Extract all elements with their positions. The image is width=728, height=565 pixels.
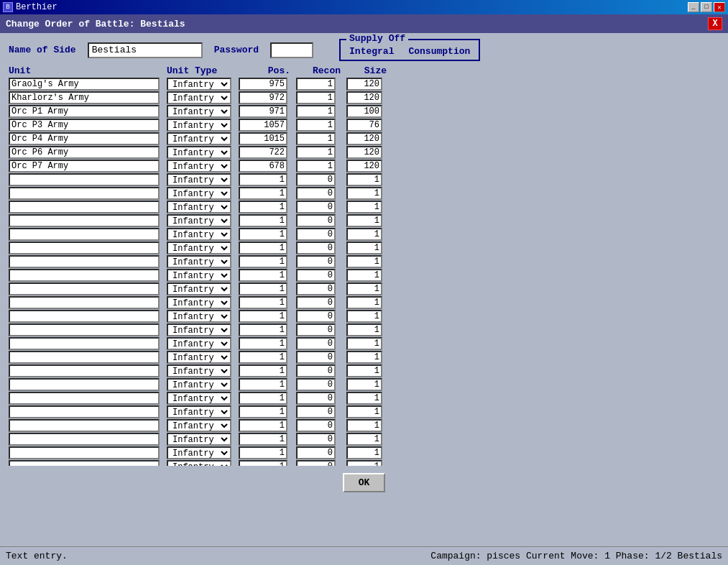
- size-input[interactable]: [346, 460, 382, 466]
- recon-input[interactable]: [296, 242, 336, 254]
- size-input[interactable]: [346, 255, 382, 268]
- ok-button[interactable]: OK: [343, 473, 386, 492]
- size-input[interactable]: [346, 146, 382, 159]
- recon-input[interactable]: [296, 160, 336, 173]
- recon-input[interactable]: [296, 433, 336, 446]
- pos-input[interactable]: [239, 323, 287, 336]
- size-input[interactable]: [346, 105, 382, 118]
- size-input[interactable]: [346, 119, 382, 132]
- recon-input[interactable]: [296, 228, 336, 241]
- recon-input[interactable]: [296, 405, 336, 418]
- recon-input[interactable]: [296, 105, 336, 118]
- unit-name-input[interactable]: [9, 173, 160, 186]
- unit-type-select[interactable]: Infantry: [167, 119, 231, 132]
- unit-type-select[interactable]: Infantry: [167, 460, 231, 466]
- unit-type-select[interactable]: Infantry: [167, 364, 231, 377]
- pos-input[interactable]: [239, 187, 287, 200]
- size-input[interactable]: [346, 446, 382, 459]
- recon-input[interactable]: [296, 364, 336, 377]
- unit-type-select[interactable]: Infantry: [167, 78, 231, 91]
- unit-type-select[interactable]: Infantry: [167, 242, 231, 254]
- unit-name-input[interactable]: [9, 419, 160, 432]
- size-input[interactable]: [346, 405, 382, 418]
- pos-input[interactable]: [239, 446, 287, 459]
- recon-input[interactable]: [296, 214, 336, 227]
- unit-name-input[interactable]: [9, 255, 160, 268]
- unit-type-select[interactable]: Infantry: [167, 228, 231, 241]
- unit-type-select[interactable]: Infantry: [167, 255, 231, 268]
- size-input[interactable]: [346, 351, 382, 364]
- pos-input[interactable]: [239, 105, 287, 118]
- size-input[interactable]: [346, 160, 382, 173]
- pos-input[interactable]: [239, 419, 287, 432]
- pos-input[interactable]: [239, 392, 287, 405]
- pos-input[interactable]: [239, 282, 287, 295]
- recon-input[interactable]: [296, 201, 336, 213]
- dialog-close-button[interactable]: X: [708, 17, 722, 30]
- size-input[interactable]: [346, 173, 382, 186]
- unit-name-input[interactable]: [9, 364, 160, 377]
- pos-input[interactable]: [239, 351, 287, 364]
- unit-name-input[interactable]: [9, 282, 160, 295]
- unit-type-select[interactable]: Infantry: [167, 201, 231, 213]
- unit-name-input[interactable]: [9, 146, 160, 159]
- unit-type-select[interactable]: Infantry: [167, 446, 231, 459]
- pos-input[interactable]: [239, 173, 287, 186]
- password-input[interactable]: [270, 42, 313, 58]
- recon-input[interactable]: [296, 78, 336, 91]
- pos-input[interactable]: [239, 433, 287, 446]
- unit-name-input[interactable]: [9, 214, 160, 227]
- unit-name-input[interactable]: [9, 460, 160, 466]
- size-input[interactable]: [346, 269, 382, 282]
- pos-input[interactable]: [239, 269, 287, 282]
- pos-input[interactable]: [239, 296, 287, 309]
- unit-name-input[interactable]: [9, 269, 160, 282]
- pos-input[interactable]: [239, 255, 287, 268]
- unit-name-input[interactable]: [9, 351, 160, 364]
- unit-name-input[interactable]: [9, 433, 160, 446]
- size-input[interactable]: [346, 296, 382, 309]
- pos-input[interactable]: [239, 242, 287, 254]
- unit-type-select[interactable]: Infantry: [167, 173, 231, 186]
- pos-input[interactable]: [239, 78, 287, 91]
- unit-name-input[interactable]: [9, 228, 160, 241]
- recon-input[interactable]: [296, 337, 336, 350]
- unit-type-select[interactable]: Infantry: [167, 91, 231, 104]
- unit-type-select[interactable]: Infantry: [167, 214, 231, 227]
- pos-input[interactable]: [239, 310, 287, 323]
- recon-input[interactable]: [296, 323, 336, 336]
- recon-input[interactable]: [296, 446, 336, 459]
- pos-input[interactable]: [239, 201, 287, 213]
- size-input[interactable]: [346, 228, 382, 241]
- pos-input[interactable]: [239, 119, 287, 132]
- recon-input[interactable]: [296, 296, 336, 309]
- pos-input[interactable]: [239, 378, 287, 391]
- recon-input[interactable]: [296, 392, 336, 405]
- name-of-side-input[interactable]: [88, 42, 203, 58]
- unit-type-select[interactable]: Infantry: [167, 105, 231, 118]
- recon-input[interactable]: [296, 460, 336, 466]
- pos-input[interactable]: [239, 160, 287, 173]
- pos-input[interactable]: [239, 214, 287, 227]
- unit-type-select[interactable]: Infantry: [167, 405, 231, 418]
- recon-input[interactable]: [296, 187, 336, 200]
- unit-type-select[interactable]: Infantry: [167, 351, 231, 364]
- size-input[interactable]: [346, 282, 382, 295]
- size-input[interactable]: [346, 433, 382, 446]
- window-close-button[interactable]: ✕: [714, 2, 725, 12]
- unit-name-input[interactable]: [9, 187, 160, 200]
- maximize-button[interactable]: □: [701, 2, 712, 12]
- unit-type-select[interactable]: Infantry: [167, 433, 231, 446]
- recon-input[interactable]: [296, 310, 336, 323]
- recon-input[interactable]: [296, 132, 336, 145]
- recon-input[interactable]: [296, 269, 336, 282]
- minimize-button[interactable]: _: [688, 2, 699, 12]
- unit-type-select[interactable]: Infantry: [167, 419, 231, 432]
- pos-input[interactable]: [239, 132, 287, 145]
- unit-type-select[interactable]: Infantry: [167, 160, 231, 173]
- size-input[interactable]: [346, 337, 382, 350]
- unit-type-select[interactable]: Infantry: [167, 269, 231, 282]
- recon-input[interactable]: [296, 91, 336, 104]
- size-input[interactable]: [346, 187, 382, 200]
- size-input[interactable]: [346, 392, 382, 405]
